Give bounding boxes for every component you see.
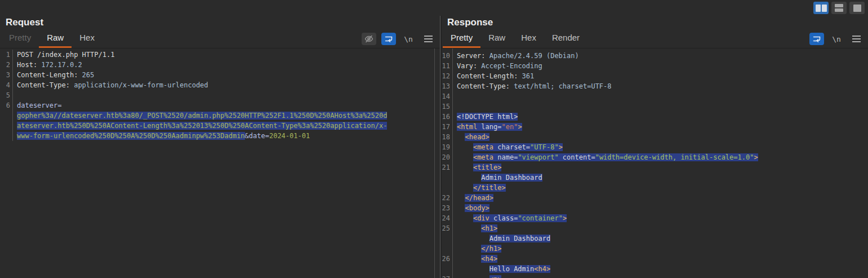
line-number <box>442 173 453 183</box>
response-editor-lines: 910Server: Apache/2.4.59 (Debian)11Vary:… <box>442 48 868 278</box>
code-line[interactable]: ateserver.htb%250D%250AContent-Length%3a… <box>0 121 434 131</box>
code-line[interactable]: 26 <h4> <box>442 254 868 264</box>
stacked-layout-button[interactable] <box>831 2 847 14</box>
line-number: 26 <box>442 254 453 264</box>
tab-hex[interactable]: Hex <box>72 29 103 48</box>
menu-icon[interactable] <box>849 33 863 45</box>
code-text: ateserver.htb%250D%250AContent-Length%3a… <box>13 121 387 131</box>
columns-layout-button[interactable] <box>813 2 829 14</box>
code-line[interactable]: 16<!DOCTYPE html> <box>442 112 868 122</box>
code-text: Admin Dashboard <box>453 233 550 244</box>
word-wrap-icon[interactable] <box>381 33 396 45</box>
code-line[interactable]: Hello Admin<h4> <box>442 264 868 274</box>
code-line[interactable]: </title> <box>442 183 868 193</box>
pane-shape <box>835 4 843 7</box>
code-line[interactable]: 2Host: 172.17.0.2 <box>0 60 434 70</box>
word-wrap-icon[interactable] <box>809 33 824 45</box>
code-text: Content-Length: 265 <box>13 70 94 80</box>
code-line[interactable]: 18 <head> <box>442 132 868 142</box>
code-line[interactable]: 10Server: Apache/2.4.59 (Debian) <box>442 51 868 61</box>
code-text: Hello Admin<h4> <box>453 264 550 274</box>
code-line[interactable]: 6dateserver= <box>0 100 434 111</box>
response-tabs: PrettyRawHexRender <box>443 29 587 48</box>
line-number: 2 <box>0 60 13 70</box>
code-line[interactable]: 14 <box>442 91 868 102</box>
code-line[interactable]: 4Content-Type: application/x-www-form-ur… <box>0 80 434 90</box>
tab-hex[interactable]: Hex <box>513 29 544 48</box>
code-text: dateserver= <box>13 100 61 111</box>
code-text: <html lang="en"> <box>453 122 522 132</box>
code-line[interactable]: 25 <h1> <box>442 223 868 233</box>
code-text: <!DOCTYPE html> <box>453 112 518 122</box>
request-editor[interactable]: 1POST /index.php HTTP/1.12Host: 172.17.0… <box>0 48 435 278</box>
code-text: <meta name="viewport" content="width=dev… <box>453 152 758 162</box>
code-text <box>453 91 457 102</box>
request-editor-lines: 1POST /index.php HTTP/1.12Host: 172.17.0… <box>0 48 434 141</box>
tab-raw[interactable]: Raw <box>39 29 72 48</box>
response-editor[interactable]: 910Server: Apache/2.4.59 (Debian)11Vary:… <box>442 48 868 278</box>
code-line[interactable]: 21 <title> <box>442 162 868 173</box>
newline-icon[interactable]: \n <box>401 33 416 45</box>
code-text: <h4> <box>453 254 497 264</box>
line-number: 3 <box>0 70 13 80</box>
code-line[interactable]: gopher%3a//dateserver.htb%3a80/_POST%252… <box>0 111 434 121</box>
line-number: 16 <box>442 112 453 122</box>
code-line[interactable]: 23 <body> <box>442 203 868 213</box>
pane-shape <box>822 5 827 12</box>
tab-render[interactable]: Render <box>544 29 587 48</box>
hide-highlights-icon[interactable] <box>362 33 376 45</box>
code-line[interactable]: 3Content-Length: 265 <box>0 70 434 80</box>
request-toolbar: \n <box>362 33 435 48</box>
single-layout-button[interactable] <box>849 2 865 14</box>
pane-shape <box>816 5 821 12</box>
code-line[interactable]: 1POST /index.php HTTP/1.1 <box>0 50 434 60</box>
line-number: 25 <box>442 223 453 233</box>
tab-raw[interactable]: Raw <box>480 29 513 48</box>
code-text: Vary: Accept-Encoding <box>453 61 542 71</box>
code-text <box>453 102 457 112</box>
request-panel-title: Request <box>0 16 440 30</box>
line-number <box>442 264 453 274</box>
code-text: </head> <box>453 193 493 203</box>
code-text: Content-Type: application/x-www-form-url… <box>13 80 208 90</box>
tab-pretty[interactable]: Pretty <box>1 29 39 48</box>
response-toolbar: \n <box>809 33 863 48</box>
panes: Request PrettyRawHex \n 1POST /index.php… <box>0 16 868 278</box>
tab-pretty[interactable]: Pretty <box>443 29 480 48</box>
code-line[interactable]: www-form-urlencoded%250D%250A%250D%250Aa… <box>0 131 434 141</box>
code-line[interactable]: 13Content-Type: text/html; charset=UTF-8 <box>442 81 868 91</box>
code-text: <meta charset="UTF-8"> <box>453 142 563 152</box>
line-number: 4 <box>0 80 13 90</box>
code-text: <div class="container"> <box>453 213 567 223</box>
code-line[interactable]: 12Content-Length: 361 <box>442 71 868 81</box>
code-line[interactable]: 5 <box>0 90 434 100</box>
line-number: 14 <box>442 91 453 102</box>
line-number: 23 <box>442 203 453 213</box>
code-line[interactable]: </h1> <box>442 244 868 254</box>
code-line[interactable]: 22 </head> <box>442 193 868 203</box>
burp-message-viewer: Request PrettyRawHex \n 1POST /index.php… <box>0 0 868 278</box>
menu-icon[interactable] <box>421 33 435 45</box>
line-number: 18 <box>442 132 453 142</box>
code-text: POST /index.php HTTP/1.1 <box>13 50 114 60</box>
code-line[interactable]: 19 <meta charset="UTF-8"> <box>442 142 868 152</box>
line-number: 22 <box>442 193 453 203</box>
pane-shape <box>835 8 843 12</box>
code-line[interactable]: 24 <div class="container"> <box>442 213 868 223</box>
code-text: Admin Dashboard <box>453 173 542 183</box>
line-number: 27 <box>442 274 453 278</box>
pane-shape <box>853 5 861 12</box>
response-tabrow: PrettyRawHexRender \n <box>442 30 868 48</box>
code-line[interactable]: 20 <meta name="viewport" content="width=… <box>442 152 868 162</box>
code-line[interactable]: Admin Dashboard <box>442 173 868 183</box>
code-line[interactable]: 17<html lang="en"> <box>442 122 868 132</box>
line-number: 19 <box>442 142 453 152</box>
code-line[interactable]: 15 <box>442 102 868 112</box>
line-number: 20 <box>442 152 453 162</box>
code-text: <body> <box>453 203 489 213</box>
newline-icon[interactable]: \n <box>829 33 844 45</box>
code-line[interactable]: 11Vary: Accept-Encoding <box>442 61 868 71</box>
code-line[interactable]: 27 <p> <box>442 274 868 278</box>
code-line[interactable]: Admin Dashboard <box>442 233 868 244</box>
request-tabs: PrettyRawHex <box>1 29 103 48</box>
